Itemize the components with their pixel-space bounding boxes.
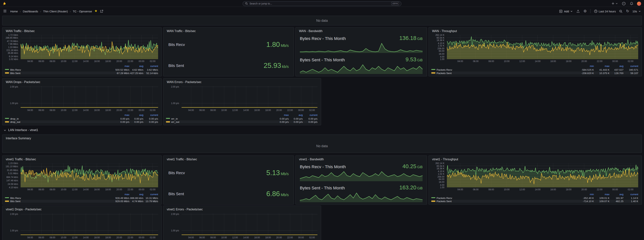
legend-series-swatch[interactable] bbox=[166, 118, 170, 119]
time-series-plot[interactable] bbox=[182, 86, 318, 108]
legend-series-name[interactable]: err_in bbox=[171, 117, 178, 120]
zoom-out-icon[interactable] bbox=[619, 9, 623, 13]
menu-toggle-icon[interactable] bbox=[3, 9, 7, 13]
panel-wan-traffic-stat: WAN Traffic - Bits/sec Bits Recv 1.80Mb/… bbox=[163, 27, 294, 77]
legend-series-swatch[interactable] bbox=[5, 121, 9, 123]
legend-series-name[interactable]: Packets Recv bbox=[436, 196, 452, 199]
breadcrumb-dashboards[interactable]: Dashboards bbox=[23, 10, 38, 13]
legend-value: 0.00 p/s bbox=[302, 117, 318, 120]
legend-series-name[interactable]: drop_in bbox=[10, 117, 19, 120]
legend-series-name[interactable]: err_out bbox=[171, 121, 179, 123]
legend-column-header[interactable]: max bbox=[271, 113, 289, 116]
legend-series-swatch[interactable] bbox=[431, 69, 436, 70]
new-menu-button[interactable] bbox=[611, 2, 618, 6]
grafana-logo-icon[interactable] bbox=[2, 1, 7, 6]
bandwidth-recv-row[interactable]: Bytes Recv - This Month 136.18GiB bbox=[296, 34, 427, 55]
breadcrumb-dashboard-title[interactable]: TC - Opnsense bbox=[73, 10, 92, 13]
panel-title[interactable]: vtnet1 - Throughput bbox=[429, 156, 642, 162]
panel-title[interactable]: WAN Traffic - Bits/sec bbox=[164, 28, 294, 34]
legend-series-name[interactable]: Packets Recv bbox=[436, 68, 452, 71]
y-axis-tick: 1.00 p/s bbox=[171, 229, 179, 232]
legend-series-swatch[interactable] bbox=[431, 73, 436, 74]
legend-series-name[interactable]: Bits Recv bbox=[10, 196, 21, 199]
legend-series-swatch[interactable] bbox=[5, 118, 9, 119]
legend-series-swatch[interactable] bbox=[5, 197, 9, 198]
legend-series-name[interactable]: drop_out bbox=[10, 121, 20, 123]
help-icon[interactable]: ? bbox=[622, 2, 626, 6]
time-series-plot[interactable] bbox=[447, 35, 638, 59]
time-series-plot[interactable] bbox=[20, 35, 158, 59]
chevron-right-icon: › bbox=[70, 10, 71, 13]
legend-series-name[interactable]: Packets Sent bbox=[436, 200, 452, 203]
legend-series-name[interactable]: Packets Sent bbox=[436, 72, 452, 74]
panel-title[interactable]: vtnet1 Drops - Packets/sec bbox=[2, 206, 161, 212]
legend-column-header[interactable]: min bbox=[574, 65, 594, 67]
legend-column-header[interactable]: current bbox=[143, 193, 158, 195]
refresh-interval-picker[interactable]: 10s bbox=[632, 10, 641, 13]
breadcrumb-home[interactable]: Home bbox=[10, 10, 18, 13]
notifications-bell-icon[interactable] bbox=[630, 2, 633, 6]
legend-column-header[interactable]: current bbox=[624, 193, 638, 195]
time-series-plot[interactable] bbox=[447, 163, 638, 187]
legend-column-header[interactable]: current bbox=[143, 113, 158, 116]
export-icon[interactable] bbox=[576, 9, 580, 13]
legend-series-swatch[interactable] bbox=[5, 201, 9, 202]
time-range-picker[interactable]: Last 24 hours bbox=[594, 9, 616, 13]
panel-title[interactable]: vtnet1 Traffic - Bits/sec bbox=[164, 156, 294, 162]
refresh-icon[interactable]: ↻ bbox=[626, 9, 629, 13]
legend-column-header[interactable]: current bbox=[624, 65, 638, 67]
bandwidth-recv-row[interactable]: Bytes Recv - This Month 40.25GiB bbox=[296, 162, 427, 183]
legend-column-header[interactable]: max bbox=[111, 65, 129, 67]
legend-column-header[interactable]: max bbox=[594, 193, 610, 195]
favorite-star-icon[interactable]: ★ bbox=[94, 9, 98, 13]
legend-column-header[interactable]: max bbox=[111, 193, 129, 195]
legend-column-header[interactable]: min bbox=[574, 193, 594, 195]
x-axis-tick: 10:00 bbox=[221, 109, 227, 111]
breadcrumb-folder[interactable]: Thin Client (Router) bbox=[43, 10, 68, 13]
legend-series-name[interactable]: Bits Sent bbox=[10, 72, 20, 74]
legend-column-header[interactable]: avg bbox=[129, 193, 143, 195]
panel-title[interactable]: vtnet1 Traffic - Bits/sec bbox=[2, 156, 161, 162]
add-panel-button[interactable]: Add bbox=[559, 9, 573, 13]
y-axis: 1.72 Gb/s286.65 Mb/s47.78 Mb/s7.96 Mb/s1… bbox=[5, 35, 19, 59]
share-icon[interactable] bbox=[100, 9, 104, 13]
legend-series-swatch[interactable] bbox=[5, 69, 9, 70]
legend-series-name[interactable]: Bits Sent bbox=[10, 200, 20, 203]
legend-column-header[interactable]: max bbox=[594, 65, 610, 67]
y-axis-tick: 147.46 kb/s bbox=[6, 179, 18, 182]
stat-bits-sent[interactable]: Bits Sent 6.86Mb/s bbox=[164, 183, 294, 204]
legend-column-header[interactable]: avg bbox=[129, 65, 143, 67]
stat-bits-recv[interactable]: Bits Recv 5.13Mb/s bbox=[164, 162, 294, 183]
panel-title[interactable]: WAN Traffic - Bits/sec bbox=[2, 28, 161, 34]
panel-title[interactable]: WAN Drops - Packets/sec bbox=[2, 79, 161, 85]
settings-gear-icon[interactable]: ⚙ bbox=[584, 9, 587, 13]
legend-series-swatch[interactable] bbox=[431, 201, 436, 202]
legend-column-header[interactable]: avg bbox=[610, 193, 624, 195]
bandwidth-sent-row[interactable]: Bytes Sent - This Month 163.20GiB bbox=[296, 183, 427, 204]
panel-title[interactable]: WAN - Bandwidth bbox=[296, 28, 427, 34]
search-input[interactable]: Search or jump to... ctrl+k bbox=[242, 1, 401, 6]
time-series-plot[interactable] bbox=[20, 163, 158, 187]
legend-column-header[interactable]: avg bbox=[610, 65, 624, 67]
legend-series-swatch[interactable] bbox=[166, 121, 170, 123]
bandwidth-sent-row[interactable]: Bytes Sent - This Month 9.53GiB bbox=[296, 55, 427, 76]
panel-title[interactable]: vtnet1 - Bandwidth bbox=[296, 156, 427, 162]
legend-column-header[interactable]: current bbox=[143, 65, 158, 67]
stat-bits-recv[interactable]: Bits Recv 1.80Mb/s bbox=[164, 34, 294, 55]
time-series-plot[interactable] bbox=[182, 213, 318, 236]
legend-column-header[interactable]: max bbox=[111, 113, 129, 116]
stat-bits-sent[interactable]: Bits Sent 25.93kb/s bbox=[164, 55, 294, 76]
panel-title[interactable]: vtnet1 Errors - Packets/sec bbox=[164, 206, 321, 212]
time-series-plot[interactable] bbox=[20, 86, 158, 108]
panel-title[interactable]: WAN Errors - Packets/sec bbox=[164, 79, 321, 85]
legend-series-swatch[interactable] bbox=[5, 73, 9, 74]
legend-column-header[interactable]: avg bbox=[289, 113, 303, 116]
panel-title[interactable]: WAN - Throughput bbox=[429, 28, 642, 34]
legend-series-name[interactable]: Bits Recv bbox=[10, 68, 21, 71]
legend-column-header[interactable]: avg bbox=[129, 113, 143, 116]
row-header-lan-interface[interactable]: LAN Interface - vtnet1 bbox=[3, 128, 38, 132]
user-avatar[interactable] bbox=[637, 2, 641, 6]
time-series-plot[interactable] bbox=[20, 213, 158, 236]
legend-series-swatch[interactable] bbox=[431, 197, 436, 198]
legend-column-header[interactable]: current bbox=[302, 113, 318, 116]
